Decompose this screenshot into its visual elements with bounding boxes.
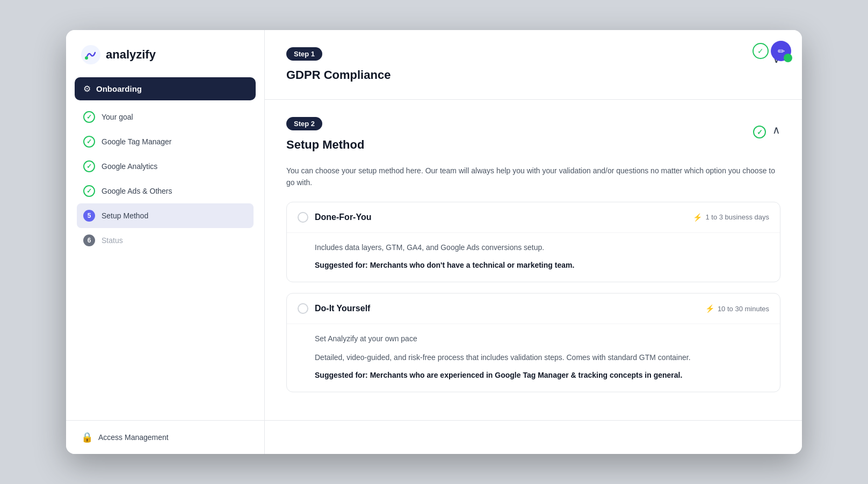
- step-check-1: ✓: [83, 111, 95, 123]
- option1-time: 1 to 3 business days: [705, 213, 769, 221]
- step-5-label: Setup Method: [102, 211, 148, 220]
- step1-title: GDPR Compliance: [286, 68, 390, 82]
- option2-suggested: Suggested for: Merchants who are experie…: [315, 370, 769, 381]
- step-number-6: 6: [83, 234, 95, 246]
- step-check-2: ✓: [83, 136, 95, 148]
- option-done-for-you: Done-For-You ⚡ 1 to 3 business days Incl…: [286, 202, 780, 282]
- step2-header: Step 2 Setup Method ✓ ∧: [286, 117, 780, 152]
- step-check-4: ✓: [83, 185, 95, 197]
- float-pencil-wrap: ✏: [771, 41, 791, 61]
- main-content: ✓ ✏ Step 1 GDPR Compliance ∨ Step 2: [265, 30, 802, 454]
- step2-header-right: ✓ ∧: [753, 121, 780, 138]
- step2-left: Step 2 Setup Method: [286, 117, 364, 152]
- option1-body-text: Includes data layers, GTM, GA4, and Goog…: [315, 241, 769, 253]
- option1-meta: ⚡ 1 to 3 business days: [693, 213, 769, 222]
- option2-body: Set Analyzify at your own pace Detailed,…: [287, 324, 780, 392]
- option1-left: Done-For-You: [298, 212, 371, 223]
- step2-badge: Step 2: [286, 117, 322, 130]
- sidebar: analyzify ⚙ Onboarding ✓ Your goal ✓ Goo…: [66, 30, 265, 454]
- logo-area: analyzify: [66, 30, 264, 77]
- online-dot: [784, 54, 792, 62]
- step2-header-section: Step 2 Setup Method ✓ ∧: [265, 100, 802, 152]
- sidebar-item-status[interactable]: 6 Status: [77, 228, 254, 253]
- option1-suggested: Suggested for: Merchants who don't have …: [315, 260, 769, 271]
- step-check-3: ✓: [83, 160, 95, 172]
- option-do-it-yourself: Do-It Yourself ⚡ 10 to 30 minutes Set An…: [286, 293, 780, 392]
- lightning-icon-2: ⚡: [705, 304, 714, 313]
- option2-left: Do-It Yourself: [298, 303, 370, 314]
- option1-header[interactable]: Done-For-You ⚡ 1 to 3 business days: [287, 202, 780, 232]
- step1-left: Step 1 GDPR Compliance: [286, 47, 390, 82]
- app-window: analyzify ⚙ Onboarding ✓ Your goal ✓ Goo…: [66, 30, 802, 454]
- option2-title: Do-It Yourself: [315, 304, 370, 313]
- step2-description: You can choose your setup method here. O…: [286, 165, 780, 189]
- option1-radio[interactable]: [298, 212, 308, 223]
- step-6-label: Status: [102, 236, 123, 245]
- step-2-label: Google Tag Manager: [102, 137, 172, 146]
- step-3-label: Google Analytics: [102, 162, 157, 171]
- option2-header[interactable]: Do-It Yourself ⚡ 10 to 30 minutes: [287, 294, 780, 324]
- step2-title: Setup Method: [286, 138, 364, 152]
- step2-section: Step 2 Setup Method ✓ ∧ You can choose y…: [265, 100, 802, 421]
- option1-body: Includes data layers, GTM, GA4, and Goog…: [287, 232, 780, 282]
- sidebar-item-setup-method[interactable]: 5 Setup Method: [77, 203, 254, 228]
- nav-steps: ✓ Your goal ✓ Google Tag Manager ✓ Googl…: [75, 105, 256, 253]
- step-number-5: 5: [83, 210, 95, 222]
- sidebar-item-google-analytics[interactable]: ✓ Google Analytics: [77, 154, 254, 179]
- sidebar-item-google-ads[interactable]: ✓ Google Ads & Others: [77, 179, 254, 203]
- sidebar-item-google-tag-manager[interactable]: ✓ Google Tag Manager: [77, 129, 254, 154]
- logo-text: analyzify: [106, 48, 156, 62]
- step1-header: Step 1 GDPR Compliance ∨: [286, 47, 780, 82]
- step-4-label: Google Ads & Others: [102, 187, 172, 195]
- option2-meta: ⚡ 10 to 30 minutes: [705, 304, 769, 313]
- sidebar-item-your-goal[interactable]: ✓ Your goal: [77, 105, 254, 129]
- onboarding-section[interactable]: ⚙ Onboarding: [75, 77, 256, 100]
- lock-icon: 🔒: [81, 431, 93, 443]
- step2-chevron-up-icon[interactable]: ∧: [772, 123, 780, 136]
- logo-icon: [81, 45, 100, 64]
- step2-body: You can choose your setup method here. O…: [265, 152, 802, 421]
- option2-body-text: Set Analyzify at your own pace: [315, 333, 769, 344]
- option2-time: 10 to 30 minutes: [718, 305, 769, 313]
- option2-detailed-text: Detailed, video-guided, and risk-free pr…: [315, 351, 769, 363]
- option2-radio[interactable]: [298, 303, 308, 314]
- step1-section: Step 1 GDPR Compliance ∨: [265, 30, 802, 100]
- step2-check-icon: ✓: [753, 126, 766, 138]
- gear-icon: ⚙: [83, 84, 91, 94]
- svg-point-1: [85, 56, 88, 60]
- option1-title: Done-For-You: [315, 212, 371, 222]
- step-1-label: Your goal: [102, 113, 133, 121]
- step1-badge: Step 1: [286, 47, 322, 61]
- sidebar-nav: ⚙ Onboarding ✓ Your goal ✓ Google Tag Ma…: [66, 77, 264, 420]
- lightning-icon-1: ⚡: [693, 213, 702, 222]
- floating-toolbar: ✓ ✏: [753, 41, 791, 61]
- footer-label: Access Management: [98, 433, 169, 442]
- float-check-icon: ✓: [753, 43, 769, 59]
- access-management[interactable]: 🔒 Access Management: [66, 420, 264, 454]
- section-label: Onboarding: [96, 84, 142, 93]
